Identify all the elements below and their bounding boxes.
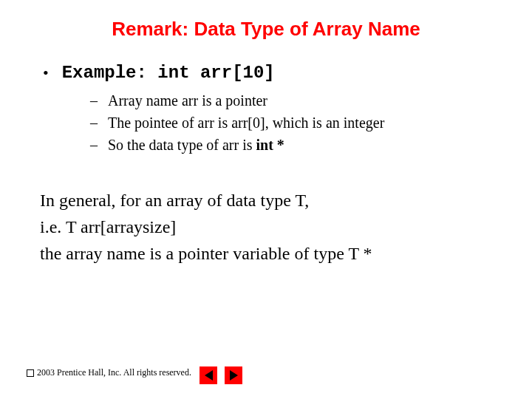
nav-controls <box>200 366 242 384</box>
sub-bullet-1: – Array name arr is a pointer <box>90 89 492 112</box>
sub-bullet-2: – The pointee of arr is arr[0], which is… <box>90 112 492 134</box>
bullet-text: Example: int arr[10] <box>62 63 275 83</box>
sub-text-bold: int * <box>256 137 284 153</box>
sub-bullet-3: – So the data type of arr is int * <box>90 134 492 156</box>
para-line-2: i.e. T arr[arraysize] <box>40 214 492 240</box>
slide-title: Remark: Data Type of Array Name <box>0 0 532 41</box>
dash-icon: – <box>90 112 98 134</box>
dash-icon: – <box>90 134 98 156</box>
general-paragraph: In general, for an array of data type T,… <box>40 187 492 267</box>
triangle-right-icon <box>230 370 238 381</box>
copyright-footer: 2003 Prentice Hall, Inc. All rights rese… <box>27 367 191 378</box>
dash-icon: – <box>90 89 98 112</box>
bullet-dot: • <box>43 63 49 83</box>
sub-text: So the data type of arr is int * <box>108 134 284 156</box>
para-line-1: In general, for an array of data type T, <box>40 187 492 214</box>
bullet-level1: • Example: int arr[10] <box>40 63 492 83</box>
sub-bullets: – Array name arr is a pointer – The poin… <box>90 89 492 156</box>
copyright-text: 2003 Prentice Hall, Inc. All rights rese… <box>37 367 191 378</box>
sub-text: The pointee of arr is arr[0], which is a… <box>108 112 384 134</box>
slide: Remark: Data Type of Array Name • Exampl… <box>0 0 532 399</box>
prev-button[interactable] <box>200 366 217 384</box>
sub-text-plain: So the data type of arr is <box>108 137 256 153</box>
sub-text: Array name arr is a pointer <box>108 89 267 112</box>
content-area: • Example: int arr[10] – Array name arr … <box>0 41 532 267</box>
next-button[interactable] <box>225 366 242 384</box>
para-line-3: the array name is a pointer variable of … <box>40 240 492 267</box>
triangle-left-icon <box>205 370 213 381</box>
copyright-icon <box>27 369 34 377</box>
